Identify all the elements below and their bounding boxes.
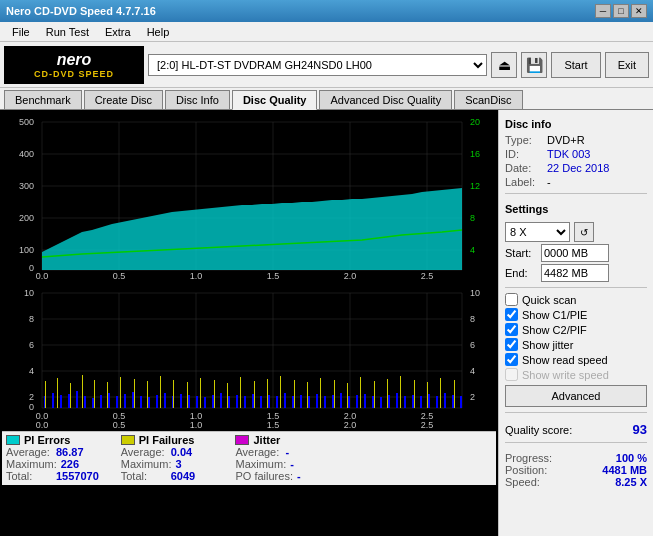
svg-rect-93 [332,395,334,408]
svg-rect-135 [374,381,375,408]
quick-scan-checkbox[interactable] [505,293,518,306]
pi-failures-avg-label: Average: [121,446,167,458]
svg-rect-127 [267,379,268,408]
svg-rect-82 [244,396,246,408]
svg-rect-104 [420,396,422,408]
advanced-button[interactable]: Advanced [505,385,647,407]
header-area: nero CD-DVD SPEED [2:0] HL-DT-ST DVDRAM … [0,42,653,88]
svg-rect-98 [372,396,374,408]
tab-benchmark[interactable]: Benchmark [4,90,82,109]
menu-file[interactable]: File [4,25,38,39]
pi-errors-max-value: 226 [61,458,111,470]
svg-rect-113 [82,375,83,408]
tab-scan-disc[interactable]: ScanDisc [454,90,522,109]
menu-extra[interactable]: Extra [97,25,139,39]
svg-rect-109 [460,396,462,408]
speed-row: 8 X ↺ [505,222,647,242]
show-c2pif-checkbox[interactable] [505,323,518,336]
disc-label-value: - [547,176,551,188]
progress-label: Progress: [505,452,552,464]
svg-rect-132 [334,380,335,408]
svg-text:0: 0 [29,402,34,412]
po-value: - [297,470,347,482]
show-jitter-checkbox[interactable] [505,338,518,351]
show-jitter-label: Show jitter [522,339,573,351]
settings-refresh-button[interactable]: ↺ [574,222,594,242]
pi-failures-label: PI Failures [139,434,195,446]
start-button[interactable]: Start [551,52,600,78]
show-write-speed-label: Show write speed [522,369,609,381]
po-label: PO failures: [235,470,292,482]
svg-rect-58 [52,393,54,408]
tab-disc-info[interactable]: Disc Info [165,90,230,109]
drive-selector[interactable]: [2:0] HL-DT-ST DVDRAM GH24NSD0 LH00 [148,54,487,76]
tab-advanced-disc-quality[interactable]: Advanced Disc Quality [319,90,452,109]
svg-rect-124 [227,383,228,408]
svg-rect-133 [347,383,348,408]
svg-text:200: 200 [19,213,34,223]
svg-text:8: 8 [470,213,475,223]
close-button[interactable]: ✕ [631,4,647,18]
quick-scan-row: Quick scan [505,293,647,306]
svg-rect-76 [196,396,198,408]
svg-text:2: 2 [29,392,34,402]
svg-rect-103 [412,395,414,408]
svg-text:400: 400 [19,149,34,159]
svg-rect-86 [276,396,278,408]
exit-button[interactable]: Exit [605,52,649,78]
tab-disc-quality[interactable]: Disc Quality [232,90,318,110]
pi-failures-color [121,435,135,445]
svg-rect-114 [94,380,95,408]
svg-rect-74 [180,394,182,408]
tab-create-disc[interactable]: Create Disc [84,90,163,109]
svg-rect-134 [360,377,361,408]
svg-rect-32 [2,283,482,428]
pi-errors-group: PI Errors Average: 86.87 Maximum: 226 To… [6,434,111,482]
save-button[interactable]: 💾 [521,52,547,78]
jitter-legend: Jitter [235,434,346,446]
svg-rect-119 [160,376,161,408]
svg-rect-89 [300,395,302,408]
menu-run-test[interactable]: Run Test [38,25,97,39]
show-c1pie-checkbox[interactable] [505,308,518,321]
svg-rect-129 [294,380,295,408]
svg-rect-107 [444,393,446,408]
pi-failures-total-row: Total: 6049 [121,470,226,482]
pi-errors-avg-row: Average: 86.87 [6,446,111,458]
jitter-max-value: - [290,458,340,470]
menu-help[interactable]: Help [139,25,178,39]
pi-errors-total-label: Total: [6,470,52,482]
maximize-button[interactable]: □ [613,4,629,18]
show-read-speed-checkbox[interactable] [505,353,518,366]
show-read-speed-row: Show read speed [505,353,647,366]
svg-text:16: 16 [470,149,480,159]
svg-text:300: 300 [19,181,34,191]
end-mb-input[interactable] [541,264,609,282]
lower-chart: 10 8 6 4 2 0 10 8 6 4 2 [2,283,482,428]
svg-rect-67 [124,394,126,408]
svg-text:10: 10 [24,288,34,298]
disc-label-label: Label: [505,176,543,188]
quality-score-label: Quality score: [505,424,572,436]
stats-bar: PI Errors Average: 86.87 Maximum: 226 To… [2,431,496,485]
pi-failures-max-value: 3 [175,458,225,470]
svg-text:0: 0 [29,263,34,273]
svg-rect-77 [204,397,206,408]
end-mb-label: End: [505,267,537,279]
svg-text:4: 4 [470,366,475,376]
progress-row: Progress: 100 % [505,452,647,464]
speed-selector[interactable]: 8 X [505,222,570,242]
show-c2pif-row: Show C2/PIF [505,323,647,336]
minimize-button[interactable]: ─ [595,4,611,18]
svg-rect-63 [92,398,94,408]
svg-rect-78 [212,395,214,408]
svg-rect-99 [380,397,382,408]
svg-text:2.0: 2.0 [344,271,357,280]
show-c1pie-label: Show C1/PIE [522,309,587,321]
disc-id-value: TDK 003 [547,148,590,160]
svg-rect-110 [45,381,46,408]
eject-button[interactable]: ⏏ [491,52,517,78]
svg-rect-85 [268,395,270,408]
svg-rect-102 [404,396,406,408]
start-mb-input[interactable] [541,244,609,262]
